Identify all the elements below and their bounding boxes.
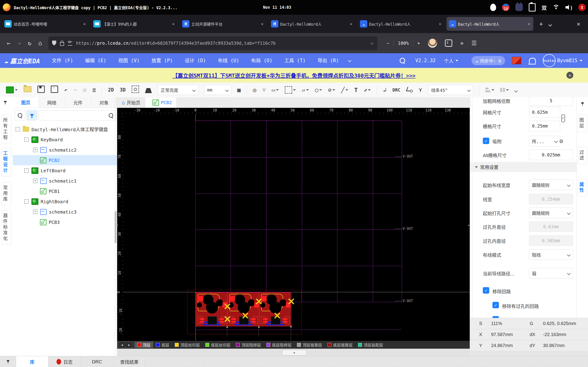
window-close-button[interactable]: ✕: [577, 20, 580, 27]
menu-item[interactable]: 文件 (F): [46, 53, 79, 68]
tree-expander-icon[interactable]: +: [33, 210, 37, 214]
browser-tab[interactable]: ☁Dactyl-HelloWord人✕: [447, 17, 533, 31]
menu-more-chevron[interactable]: [348, 58, 351, 63]
pin-icon[interactable]: [581, 102, 584, 106]
username[interactable]: Byvm815: [557, 58, 578, 63]
tab-close-icon[interactable]: ✕: [438, 22, 442, 26]
forward-button[interactable]: →: [17, 40, 21, 47]
tab-close-icon[interactable]: ✕: [527, 22, 531, 26]
bottom-tab[interactable]: 日志: [48, 356, 81, 367]
tree-item[interactable]: -RightBoard: [13, 196, 117, 207]
tree-item[interactable]: PCB3: [13, 217, 117, 227]
url-text[interactable]: https://pro.lceda.cn/editor#id=682679f71…: [76, 41, 367, 46]
tree-item[interactable]: PCB2: [13, 155, 117, 165]
tab-close-icon[interactable]: ✕: [82, 22, 86, 26]
menu-item[interactable]: 布线 (U): [212, 53, 245, 68]
via-tool-button[interactable]: ◎: [253, 87, 256, 93]
distribute-button[interactable]: [500, 88, 509, 92]
clipboard-icon[interactable]: [529, 3, 536, 11]
layer-tab[interactable]: 顶层丝印层: [172, 342, 203, 348]
menu-item[interactable]: 设计 (D): [179, 53, 212, 68]
import-button[interactable]: ↲: [383, 87, 386, 93]
tab-close-icon[interactable]: ✕: [349, 22, 353, 26]
bookmark-star-icon[interactable]: ☆: [370, 40, 373, 46]
system-clock[interactable]: Nov 11 14:03: [263, 5, 291, 10]
bottom-tab[interactable]: DRC: [81, 356, 113, 367]
align-button[interactable]: [485, 88, 494, 92]
line-mode-select[interactable]: 线条45°: [428, 85, 473, 95]
browser-tab[interactable]: HDactyl-HelloWord人✕: [269, 17, 355, 31]
user-menu-caret[interactable]: [580, 60, 582, 61]
left-strip-tab[interactable]: 工程设计: [2, 148, 11, 177]
tree-item[interactable]: -Dactyl-HelloWord人体工程学键盘: [13, 124, 117, 134]
property-input[interactable]: 5: [529, 97, 573, 106]
keepout-tool-button[interactable]: ⊘: [328, 87, 335, 93]
grid-settings-button[interactable]: ▦: [237, 87, 241, 93]
text-tool-button[interactable]: T: [354, 87, 358, 93]
layer-tab[interactable]: 底层: [153, 342, 172, 348]
tracking-shield-icon[interactable]: [52, 41, 56, 46]
reload-button[interactable]: ↻: [28, 40, 32, 47]
ellipse-tool-button[interactable]: ○: [315, 87, 322, 93]
home-button[interactable]: ⌂: [38, 40, 42, 47]
tree-item[interactable]: -LeftBoard: [13, 165, 117, 176]
polygon-tool-button[interactable]: ▱: [302, 87, 309, 93]
route-tool-button[interactable]: [406, 86, 413, 94]
browser-menu-icon[interactable]: ☰: [472, 40, 477, 47]
address-bar[interactable]: https://pro.lceda.cn/editor#id=682679f71…: [48, 36, 377, 50]
right-strip-tab[interactable]: 图层: [578, 115, 587, 132]
search-input[interactable]: [39, 110, 116, 120]
export-button[interactable]: [51, 85, 58, 94]
gear-icon[interactable]: ⚙: [560, 138, 563, 144]
browser-tab[interactable]: 【漫士】99%的人都✕: [91, 17, 178, 31]
search-button[interactable]: [15, 110, 25, 120]
property-select[interactable]: 跟随规则: [529, 180, 573, 190]
pcb-canvas[interactable]: ××××××V-OUTV-OUTV-OUT: [123, 114, 470, 341]
tray-close-icon[interactable]: X: [578, 4, 586, 11]
view-2d-button[interactable]: 2D: [108, 87, 114, 93]
property-select[interactable]: 阻挡: [529, 249, 573, 260]
tree-item[interactable]: PCB1: [13, 186, 117, 196]
extension-icon[interactable]: [445, 40, 452, 47]
tab-close-icon[interactable]: ✕: [171, 22, 175, 26]
route-angle-button[interactable]: ⋎: [419, 87, 422, 93]
property-select[interactable]: 弱: [529, 268, 573, 278]
menu-item[interactable]: 导出 (R): [311, 53, 345, 68]
layer-tab[interactable]: 底层丝印层: [203, 342, 233, 348]
menu-item[interactable]: 布局 (O): [245, 53, 278, 68]
tree-expander-icon[interactable]: +: [33, 179, 37, 183]
section-header[interactable]: 常用设置: [470, 162, 577, 172]
browser-profile-avatar[interactable]: [428, 39, 437, 48]
eda-logo[interactable]: ☁嘉立创EDA: [4, 56, 40, 65]
tree-expander-icon[interactable]: +: [33, 148, 37, 152]
region-tool-button[interactable]: [285, 86, 296, 94]
list-tabs-button[interactable]: [549, 20, 552, 27]
banner-close-icon[interactable]: ✕: [566, 72, 573, 79]
menu-item[interactable]: 放置 (P): [146, 53, 179, 68]
layer-tab[interactable]: 顶层锡膏层: [294, 342, 325, 348]
tree-item[interactable]: +schematic1: [13, 176, 117, 186]
menu-item[interactable]: 编辑 (E): [79, 53, 112, 68]
layer-prev-icon[interactable]: ◀: [121, 343, 123, 347]
checkbox-checked[interactable]: ✓: [493, 302, 499, 308]
layer-tab[interactable]: 顶层装配层: [355, 342, 386, 348]
view-3d-button[interactable]: 3D: [120, 87, 126, 93]
tab-close-icon[interactable]: ✕: [260, 22, 264, 26]
hscroll-handle[interactable]: ▲: [282, 350, 306, 356]
key-module-footprint[interactable]: [196, 292, 227, 326]
tree-item[interactable]: +schematic2: [13, 145, 117, 155]
undo-button[interactable]: ↶: [64, 87, 68, 93]
panel-tab[interactable]: 网络: [39, 97, 65, 108]
right-strip-tab[interactable]: 过滤: [578, 147, 587, 164]
link-sizes-icon[interactable]: [561, 115, 565, 122]
browser-tab[interactable]: H立创开源硬件平台✕: [180, 17, 267, 31]
find-button[interactable]: ≣: [92, 87, 96, 93]
brightness-select[interactable]: 正常亮度: [158, 85, 198, 95]
layer-tab[interactable]: 顶层阻焊层: [233, 342, 264, 348]
lock-icon[interactable]: [60, 42, 64, 46]
flag-icon[interactable]: [512, 57, 521, 64]
property-input[interactable]: 0.625m: [529, 107, 560, 117]
notification-bell-icon[interactable]: [529, 58, 536, 64]
canvas-horizontal-scrollbar[interactable]: ▲: [117, 349, 470, 356]
snap-select[interactable]: 所...: [529, 136, 560, 146]
